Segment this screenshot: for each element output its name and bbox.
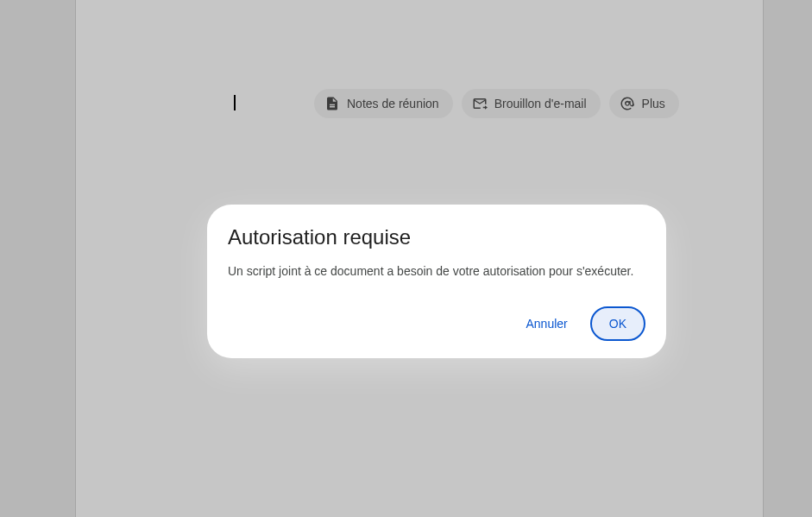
dialog-body-text: Un script joint à ce document a besoin d… <box>228 263 645 281</box>
dialog-title: Autorisation requise <box>228 225 645 249</box>
authorization-dialog: Autorisation requise Un script joint à c… <box>207 205 666 358</box>
modal-backdrop: Autorisation requise Un script joint à c… <box>0 0 812 517</box>
dialog-actions: Annuler OK <box>228 306 645 341</box>
cancel-button[interactable]: Annuler <box>514 308 580 339</box>
ok-button[interactable]: OK <box>590 306 645 341</box>
